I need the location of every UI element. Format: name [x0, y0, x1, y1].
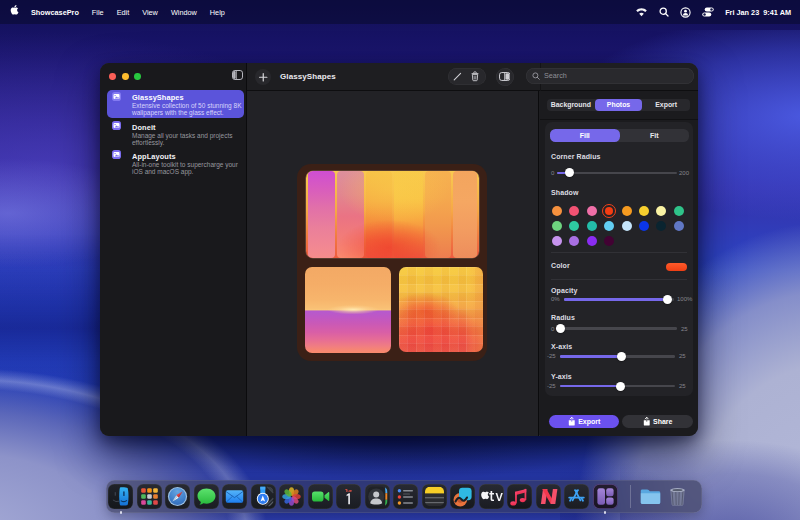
svg-text:Tue: Tue — [345, 488, 353, 493]
